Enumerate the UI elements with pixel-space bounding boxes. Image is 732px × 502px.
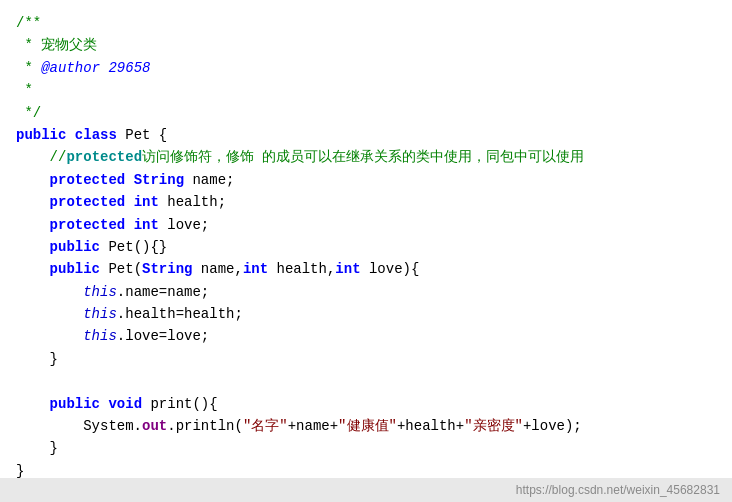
code-line-9: protected int health; [16, 191, 716, 213]
code-line-11: public Pet(){} [16, 236, 716, 258]
code-line-17 [16, 370, 716, 392]
code-line-20: } [16, 437, 716, 459]
code-line-14: this.health=health; [16, 303, 716, 325]
code-editor: /** * 宠物父类 * @author 29658 * */ public c… [0, 0, 732, 478]
code-line-13: this.name=name; [16, 281, 716, 303]
code-line-10: protected int love; [16, 214, 716, 236]
code-line-4: * [16, 79, 716, 101]
code-line-15: this.love=love; [16, 325, 716, 347]
footer-url: https://blog.csdn.net/weixin_45682831 [516, 483, 720, 497]
footer-bar: https://blog.csdn.net/weixin_45682831 [0, 478, 732, 502]
code-line-12: public Pet(String name,int health,int lo… [16, 258, 716, 280]
code-line-5: */ [16, 102, 716, 124]
code-line-21: } [16, 460, 716, 478]
code-line-6: public class Pet { [16, 124, 716, 146]
code-line-2: * 宠物父类 [16, 34, 716, 56]
code-line-1: /** [16, 12, 716, 34]
code-line-19: System.out.println("名字"+name+"健康值"+healt… [16, 415, 716, 437]
code-line-7: //protected访问修饰符，修饰 的成员可以在继承关系的类中使用，同包中可… [16, 146, 716, 168]
code-line-3: * @author 29658 [16, 57, 716, 79]
code-line-8: protected String name; [16, 169, 716, 191]
code-line-18: public void print(){ [16, 393, 716, 415]
code-line-16: } [16, 348, 716, 370]
